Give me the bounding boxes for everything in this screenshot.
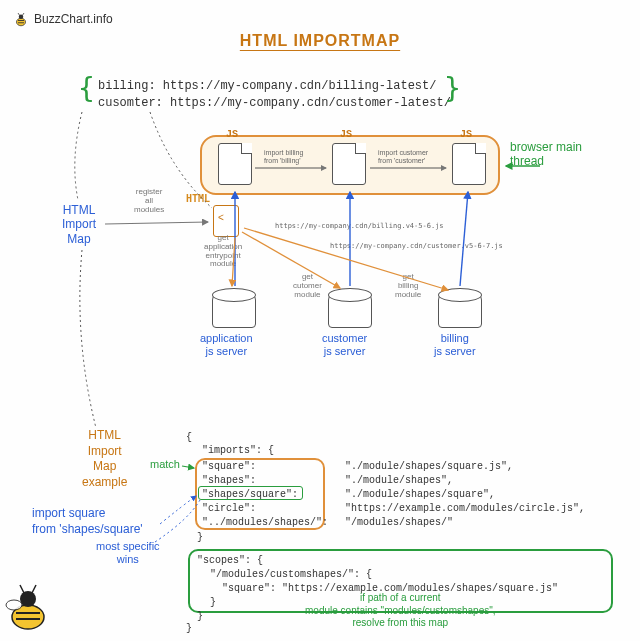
html-import-map-label: HTML Import Map — [62, 203, 96, 246]
match-label: match — [150, 458, 180, 470]
import-billing-text: import billing from 'billing' — [264, 149, 303, 164]
bee-corner-icon — [4, 583, 58, 637]
billing-server-label: billing js server — [434, 332, 476, 358]
val-4: "/modules/shapes/" — [345, 515, 453, 530]
js-file-icon — [332, 143, 366, 185]
js-file-icon — [452, 143, 486, 185]
register-modules-label: register all modules — [134, 188, 164, 214]
selected-key-box — [198, 486, 303, 500]
scope-path: "/modules/customshapes/": { — [210, 567, 372, 582]
key-0: "square": — [202, 459, 256, 474]
scopes-note: if path of a current module contains "mo… — [305, 592, 496, 630]
get-billing-label: get billing module — [395, 273, 421, 299]
server-icon — [328, 292, 372, 328]
svg-point-0 — [17, 18, 26, 26]
code-close: } — [186, 621, 192, 636]
scope-close2: } — [197, 609, 203, 624]
most-specific-label: most specific wins — [96, 540, 160, 566]
scopes-open: "scopes": { — [197, 553, 263, 568]
bee-icon — [12, 10, 30, 28]
brace-open: { — [78, 72, 95, 105]
customer-url: https://my-company.cdn/customer.v5-6-7.j… — [330, 242, 503, 250]
scope-close1: } — [210, 595, 216, 610]
logo-text: BuzzChart.info — [34, 12, 113, 26]
importmap-line2: cusomter: https://my-company.cdn/custome… — [98, 95, 451, 112]
import-customer-text: import customer from 'customer' — [378, 149, 428, 164]
key-3: "circle": — [202, 501, 256, 516]
server-icon — [212, 292, 256, 328]
import-square-statement: import square from 'shapes/square' — [32, 506, 143, 537]
browser-main-thread-label: browser main thread — [510, 140, 582, 168]
js-label: JS — [340, 129, 352, 140]
close-imports: } — [197, 530, 203, 545]
js-file-icon — [218, 143, 252, 185]
browser-thread-box: JS import billing from 'billing' JS impo… — [200, 135, 500, 195]
example-heading: HTML Import Map example — [82, 428, 127, 490]
importmap-line1: billing: https://my-company.cdn/billing-… — [98, 78, 451, 95]
js-label: JS — [226, 129, 238, 140]
server-icon — [438, 292, 482, 328]
importmap-sample: billing: https://my-company.cdn/billing-… — [98, 78, 451, 112]
brace-close: } — [444, 72, 461, 105]
svg-point-4 — [6, 600, 22, 610]
page-title: HTML IMPORTMAP — [0, 32, 640, 50]
val-1: "./module/shapes", — [345, 473, 453, 488]
key-4: "../modules/shapes/": — [202, 515, 328, 530]
val-3: "https://example.com/modules/circle.js", — [345, 501, 585, 516]
val-0: "./module/shapes/square.js", — [345, 459, 513, 474]
get-entrypoint-label: get application entrypoint module — [204, 234, 242, 269]
site-logo: BuzzChart.info — [12, 10, 113, 28]
code-open: { — [186, 430, 192, 445]
get-customer-label: get cutomer module — [293, 273, 322, 299]
js-label: JS — [460, 129, 472, 140]
billing-url: https://my-company.cdn/billing.v4-5-6.js — [275, 222, 444, 230]
app-server-label: application js server — [200, 332, 253, 358]
val-2: "./module/shapes/square", — [345, 487, 495, 502]
html-label: HTML — [186, 193, 210, 204]
code-imports-key: "imports": { — [202, 443, 274, 458]
customer-server-label: customer js server — [322, 332, 367, 358]
